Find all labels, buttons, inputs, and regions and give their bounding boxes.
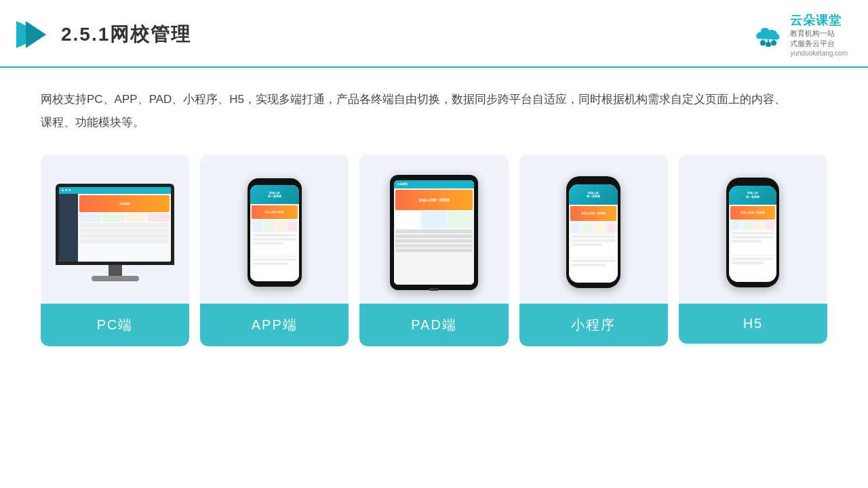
description-text: 网校支持PC、APP、PAD、小程序、H5，实现多端打通，产品各终端自由切换，数… xyxy=(41,88,787,134)
tablet-home-btn xyxy=(429,288,439,291)
header-left: 2.5.1网校管理 xyxy=(14,17,191,52)
pc-label: PC端 xyxy=(41,304,189,346)
pc-preview: 云朵课堂 xyxy=(41,155,189,304)
phone-frame: 职途人的第一堂网课 职途人的第一堂网课 xyxy=(248,178,302,287)
header-right: 云朵课堂 教育机构一站式服务云平台 yunduoketang.com xyxy=(752,12,848,57)
app-preview: 职途人的第一堂网课 职途人的第一堂网课 xyxy=(200,155,349,304)
miniprogram-label: 小程序 xyxy=(519,304,668,346)
phone-notch xyxy=(267,180,283,184)
brand-url: yunduoketang.com xyxy=(790,49,848,57)
tablet-frame: 云朵课堂 职途人的第一堂网课 xyxy=(390,175,478,290)
h5-notch xyxy=(743,180,762,185)
monitor-screen: 云朵课堂 xyxy=(59,187,171,262)
notch-phone-screen: 职途人的第一堂网课 职途人的第一堂网课 xyxy=(569,184,618,283)
logo-icon xyxy=(14,17,49,52)
brand-name: 云朵课堂 xyxy=(790,12,848,28)
h5-card: 职途人的第一堂网课 职途人的第一堂网课 xyxy=(679,155,827,346)
page-header: 2.5.1网校管理 云朵课堂 教育机构一站式服务云平台 yunduoketang… xyxy=(0,0,868,68)
notch-phone-frame: 职途人的第一堂网课 职途人的第一堂网课 xyxy=(566,176,620,288)
tablet-screen: 云朵课堂 职途人的第一堂网课 xyxy=(394,180,474,285)
h5-screen: 职途人的第一堂网课 职途人的第一堂网课 xyxy=(729,186,776,282)
main-content: 网校支持PC、APP、PAD、小程序、H5，实现多端打通，产品各终端自由切换，数… xyxy=(0,68,868,360)
miniprogram-card: 职途人的第一堂网课 职途人的第一堂网课 xyxy=(519,155,668,346)
page-title: 2.5.1网校管理 xyxy=(61,22,191,47)
monitor-frame: 云朵课堂 xyxy=(56,184,174,265)
pad-preview: 云朵课堂 职途人的第一堂网课 xyxy=(359,155,508,304)
h5-label: H5 xyxy=(679,304,827,344)
svg-marker-1 xyxy=(26,21,46,48)
phone-screen: 职途人的第一堂网课 职途人的第一堂网课 xyxy=(250,185,299,281)
monitor-base xyxy=(92,276,139,281)
pad-label: PAD端 xyxy=(359,304,508,346)
cloud-icon xyxy=(752,22,785,47)
monitor-neck xyxy=(108,265,122,276)
h5-phone-frame: 职途人的第一堂网课 职途人的第一堂网课 xyxy=(726,178,779,287)
app-label: APP端 xyxy=(200,304,349,346)
app-card: 职途人的第一堂网课 职途人的第一堂网课 xyxy=(200,155,349,346)
miniprogram-preview: 职途人的第一堂网课 职途人的第一堂网课 xyxy=(519,155,668,304)
brand-logo: 云朵课堂 教育机构一站式服务云平台 yunduoketang.com xyxy=(752,12,848,57)
pc-monitor: 云朵课堂 xyxy=(56,184,174,281)
pc-card: 云朵课堂 xyxy=(41,155,189,346)
notch-cutout xyxy=(583,179,604,184)
brand-text: 云朵课堂 教育机构一站式服务云平台 yunduoketang.com xyxy=(790,12,848,57)
device-cards-container: 云朵课堂 xyxy=(41,155,827,346)
h5-preview: 职途人的第一堂网课 职途人的第一堂网课 xyxy=(679,155,827,304)
pad-card: 云朵课堂 职途人的第一堂网课 xyxy=(359,155,508,346)
brand-slogan: 教育机构一站式服务云平台 xyxy=(790,28,848,49)
